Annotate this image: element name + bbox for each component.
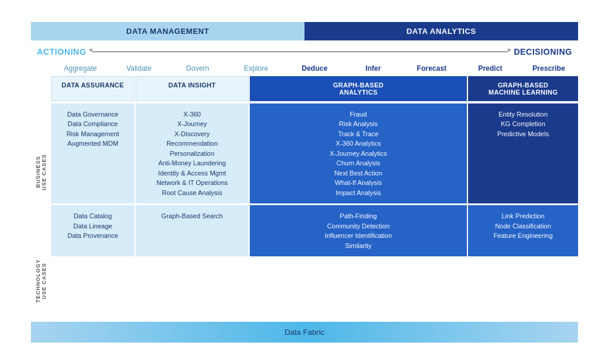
- col-label-explore: Explore: [227, 63, 285, 74]
- data-analytics-header: DATA ANALYTICS: [304, 22, 578, 40]
- col-label-infer: Infer: [344, 63, 402, 74]
- col-label-validate: Validate: [109, 63, 168, 74]
- direction-row: ACTIONING DECISIONING: [31, 43, 578, 61]
- col-label-aggregate: Aggregate: [51, 63, 109, 74]
- col-label-prescribe: Prescribe: [520, 63, 578, 74]
- technology-assurance-cell: Data CatalogData LineageData Provenance: [51, 205, 134, 256]
- col-label-deduce: Deduce: [285, 63, 344, 74]
- technology-side-label: TECHNOLOGYUSE CASES: [31, 242, 51, 319]
- section-header-assurance: DATA ASSURANCE: [51, 76, 134, 101]
- col-label-govern: Govern: [168, 63, 227, 74]
- main-container: DATA MANAGEMENT DATA ANALYTICS ACTIONING…: [19, 16, 590, 349]
- technology-analytics-cell: Path-FindingCommunity DetectionInfluence…: [250, 205, 467, 256]
- decisioning-label: DECISIONING: [514, 47, 572, 57]
- technology-row: Data CatalogData LineageData Provenance …: [51, 205, 578, 256]
- side-labels: BUSINESSUSE CASES TECHNOLOGYUSE CASES: [31, 103, 51, 319]
- top-headers: DATA MANAGEMENT DATA ANALYTICS: [31, 22, 578, 40]
- business-side-label: BUSINESSUSE CASES: [31, 103, 51, 240]
- main-content: BUSINESSUSE CASES TECHNOLOGYUSE CASES Da…: [31, 103, 578, 319]
- data-fabric-footer: Data Fabric: [31, 322, 578, 343]
- technology-ml-cell: Link PredictionNode ClassificationFeatur…: [468, 205, 578, 256]
- data-management-header: DATA MANAGEMENT: [31, 22, 304, 40]
- col-label-predict: Predict: [461, 63, 519, 74]
- arrow-line: [92, 51, 508, 52]
- business-row: Data GovernanceData ComplianceRisk Manag…: [51, 103, 578, 204]
- section-header-analytics: GRAPH-BASEDANALYTICS: [250, 76, 467, 101]
- section-header-insight: DATA INSIGHT: [136, 76, 249, 101]
- col-label-forecast: Forecast: [403, 63, 461, 74]
- col-labels-row: Aggregate Validate Govern Explore Deduce…: [31, 63, 578, 74]
- business-analytics-cell: FraudRisk AnalysisTrack & TraceX-360 Ana…: [250, 103, 467, 204]
- section-headers-row: DATA ASSURANCE DATA INSIGHT GRAPH-BASEDA…: [31, 76, 578, 101]
- section-header-ml: GRAPH-BASEDMACHINE LEARNING: [468, 76, 578, 101]
- content-grid: Data GovernanceData ComplianceRisk Manag…: [51, 103, 578, 319]
- actioning-label: ACTIONING: [37, 47, 86, 57]
- business-ml-cell: Entity ResolutionKG CompletionPredictive…: [468, 103, 578, 204]
- technology-insight-cell: Graph-Based Search: [136, 205, 249, 256]
- business-insight-cell: X-360X-JourneyX-DiscoveryRecommendationP…: [136, 103, 249, 204]
- business-assurance-cell: Data GovernanceData ComplianceRisk Manag…: [51, 103, 134, 204]
